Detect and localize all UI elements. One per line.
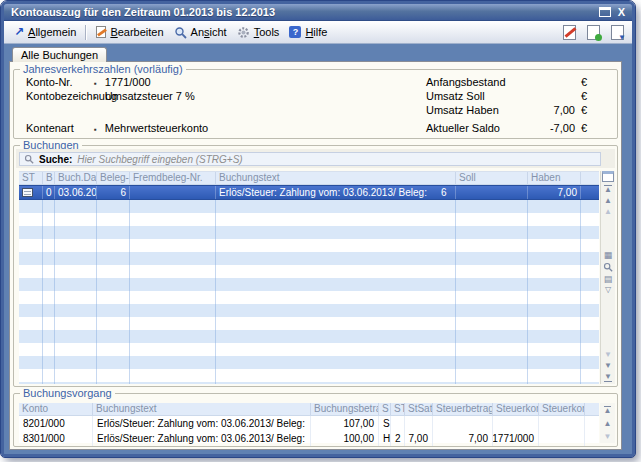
cell-belegnr: 6 [97,186,130,199]
cell-filler [581,186,599,199]
cell-konto: 8201/000 [19,416,93,431]
window-title: Kontoauszug für den Zeitraum 01.2013 bis… [11,6,599,18]
close-icon[interactable]: X [618,7,625,17]
menu-ansicht[interactable]: Ansicht [169,24,232,41]
kontenart-label: Kontenart [26,122,74,134]
tab-alle-buchungen[interactable]: Alle Buchungen [12,47,107,62]
scroll-up-page-icon[interactable]: ▲ [604,208,612,216]
grid-nav-mid-group: ▦ ▤ ▽ [601,251,615,294]
table-row[interactable]: 8201/000 Erlös/Steuer: Zahlung vom: 03.0… [19,416,599,431]
menu-label: Ansicht [191,26,227,38]
menu-label: Tools [254,26,280,38]
bullet-icon: ▪ [94,79,97,88]
cell-buchdat: 03.06.2013 [55,186,97,199]
scroll-up-icon[interactable]: ▲ [604,197,612,205]
column-header-b[interactable]: B [43,172,55,184]
column-header-fremdbelegnr[interactable]: Fremdbeleg-Nr. [130,172,216,184]
column-header-buchungsbetrag[interactable]: Buchungsbetrag [311,403,379,415]
maximize-icon[interactable] [599,7,611,17]
transaction-grid: Konto Buchungstext Buchungsbetrag S ST S… [19,403,599,443]
column-header-steuerbetrag[interactable]: Steuerbetrag [433,403,493,415]
window-body: Alle Buchungen Jahresverkehrszahlen (vor… [4,45,632,454]
column-header-steuerkonto1[interactable]: Steuerkonto 1 [493,403,539,415]
cell-steuerbetrag [433,416,493,431]
buchungstext-text: Erlös/Steuer: Zahlung vom: 03.06.2013/ B… [219,187,427,198]
search-label: Suche: [39,154,72,165]
menu-label-part: ools [259,26,279,38]
jump-to-bottom-icon[interactable]: ▼ [604,373,612,382]
menu-label: Bearbeiten [110,26,163,38]
kontobezeichnung-value: ▪Umsatzsteuer 7 % [94,90,195,102]
cell-soll [456,186,528,199]
currency-symbol: € [581,76,587,88]
groupbox-buchungen: Buchungen Suche: Hier Suchbegriff eingeb… [13,145,618,387]
cell-s: H [379,431,391,446]
document-red-icon[interactable] [563,25,576,40]
list-view-icon[interactable]: ▤ [604,275,613,283]
menu-bar: ↗ Allgemein Bearbeiten Ansicht Tools ? H… [4,21,632,44]
cell-fremdbelegnr [130,186,216,199]
column-header-stsatz[interactable]: StSatz [405,403,433,415]
booking-journal-icon [22,188,33,197]
cell-b: 0 [43,186,55,199]
title-bar: Kontoauszug für den Zeitraum 01.2013 bis… [4,4,632,21]
filter-icon[interactable]: ▽ [605,286,611,294]
menu-allgemein[interactable]: ↗ Allgemein [9,24,81,40]
column-header-buchungstext[interactable]: Buchungstext [216,172,456,184]
menu-label-part: An [191,26,204,38]
scroll-down-icon[interactable]: ▼ [604,362,612,370]
column-header-steuerkonto2[interactable]: Steuerkonto 2 [539,403,585,415]
column-header-buchungstext[interactable]: Buchungstext [93,403,311,415]
table-row[interactable]: 8301/000 Erlös/Steuer: Zahlung vom: 03.0… [19,431,599,446]
column-separator [129,200,130,384]
column-chooser-icon[interactable] [602,171,614,182]
bookings-empty-rows[interactable] [19,200,599,384]
bullet-icon: ▪ [94,125,97,134]
tab-page: Jahresverkehrszahlen (vorläufig) Konto-N… [9,61,622,450]
document-export-icon[interactable]: ▼ [611,25,624,40]
cell-konto: 8301/000 [19,431,93,446]
column-header-st[interactable]: ST [391,403,405,415]
column-header-haben[interactable]: Haben [528,172,581,184]
app-window: Kontoauszug für den Zeitraum 01.2013 bis… [1,1,635,457]
cell-buchungstext: Erlös/Steuer: Zahlung vom: 03.06.2013/ B… [216,186,456,199]
column-separator [580,200,581,384]
document-check-icon[interactable] [587,25,600,40]
cell-filler [585,431,599,446]
table-view-icon[interactable]: ▦ [604,251,613,259]
jump-to-top-icon[interactable]: ▲ [604,406,612,415]
menu-tools[interactable]: Tools [232,24,285,41]
column-header-konto[interactable]: Konto [19,403,93,415]
menu-bearbeiten[interactable]: Bearbeiten [91,24,168,40]
column-header-st[interactable]: ST [19,172,43,184]
transaction-grid-header: Konto Buchungstext Buchungsbetrag S ST S… [19,403,599,416]
export-arrow-icon: ▼ [618,34,626,41]
groupbox-buchungsvorgang: Buchungsvorgang Konto Buchungstext Buchu… [13,393,618,447]
cell-s: S [379,416,391,431]
scroll-up-icon[interactable]: ▲ [604,420,612,428]
search-input[interactable]: Suche: Hier Suchbegriff eingeben (STRG+S… [19,152,601,166]
grid-nav-bottom-group: ▼ ▼ ▼ [601,351,615,382]
groupbox-jahresverkehrszahlen: Jahresverkehrszahlen (vorläufig) Konto-N… [13,69,618,139]
menu-label-part: earbeiten [118,26,164,38]
scroll-down-icon[interactable]: ▼ [604,433,612,441]
menu-hilfe[interactable]: ? Hilfe [284,24,332,40]
anfangsbestand-label: Anfangsbestand [426,76,506,88]
menu-separator [85,25,87,40]
column-separator [455,200,456,384]
view-magnifier-icon [174,26,187,39]
column-header-buchdat[interactable]: Buch.Dat. [55,172,97,184]
column-header-belegnr[interactable]: Beleg-Nr. [97,172,130,184]
table-row-selected[interactable]: 0 03.06.2013 6 Erlös/Steuer: Zahlung vom… [19,185,599,200]
grid-search-icon[interactable] [603,262,613,272]
column-header-soll[interactable]: Soll [456,172,528,184]
menu-label-part: B [110,26,117,38]
window-controls: X [599,7,625,17]
column-header-s[interactable]: S [379,403,391,415]
currency-symbol: € [581,104,587,116]
field-value: Mehrwertsteuerkonto [105,122,208,134]
cell-stsatz: 7,00 [405,431,433,446]
jump-to-top-icon[interactable]: ▲ [604,185,612,194]
toolbar-right: ▼ [563,25,627,40]
scroll-down-page-icon[interactable]: ▼ [604,351,612,359]
